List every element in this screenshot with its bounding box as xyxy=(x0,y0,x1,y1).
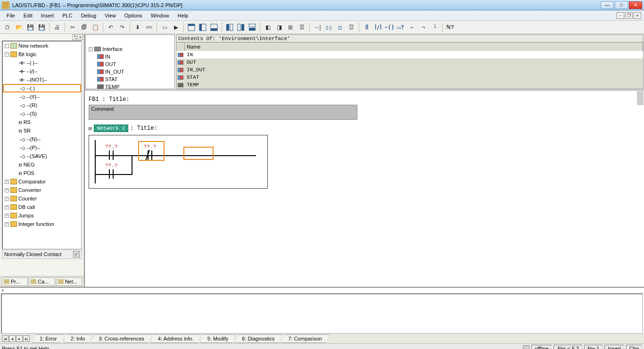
menu-plc[interactable]: PLC xyxy=(58,12,76,19)
tool-c-button[interactable]: ⊞ xyxy=(285,22,296,33)
tree-item[interactable]: --|/|-- xyxy=(26,68,37,74)
tree-item[interactable]: --|NOT|-- xyxy=(26,77,47,83)
goto-label-button[interactable]: →| xyxy=(312,22,322,33)
help-expand-icon[interactable]: ⤢ xyxy=(73,251,80,258)
iface-item-inout[interactable]: IN_OUT xyxy=(105,69,124,75)
tool-d-button[interactable]: ☰ xyxy=(297,22,307,33)
tree-item[interactable]: --(R) xyxy=(26,102,37,108)
tree-item[interactable]: RS xyxy=(24,119,31,125)
comment-box[interactable]: Comment: xyxy=(89,105,357,120)
tree-bit-logic[interactable]: Bit logic xyxy=(18,51,37,57)
interface-root[interactable]: Interface xyxy=(102,46,123,52)
menu-file[interactable]: File xyxy=(3,12,19,19)
view4-button[interactable] xyxy=(224,22,235,33)
mdi-minimize-button[interactable]: – xyxy=(617,12,624,19)
view6-button[interactable] xyxy=(247,22,257,33)
tab-error[interactable]: 1: Error xyxy=(33,334,64,343)
tree-item[interactable]: --(N)-- xyxy=(26,136,41,142)
expand-icon[interactable]: + xyxy=(5,180,9,184)
iface-item-temp[interactable]: TEMP xyxy=(105,84,120,89)
tool-a-button[interactable]: ◧ xyxy=(263,22,273,33)
contact-nc-button[interactable]: ⅼ/ⅼ xyxy=(373,22,383,33)
iface-item-stat[interactable]: STAT xyxy=(105,76,117,82)
view3-button[interactable] xyxy=(209,22,219,33)
tree-item[interactable]: --(S) xyxy=(26,111,37,116)
tab-network[interactable]: Net... xyxy=(56,277,82,286)
coil-button[interactable]: -() xyxy=(384,22,395,33)
expand-icon[interactable]: + xyxy=(5,214,9,218)
cut-button[interactable]: ✂ xyxy=(67,22,78,33)
catalog-close-button[interactable]: ⮌ × xyxy=(72,34,83,40)
block-button[interactable]: ▭ xyxy=(159,22,170,33)
tree-comparator[interactable]: Comparator xyxy=(18,179,46,184)
column-name[interactable]: Name xyxy=(185,42,643,51)
expand-icon[interactable]: + xyxy=(5,188,9,192)
mdi-close-button[interactable]: × xyxy=(634,12,641,19)
menu-insert[interactable]: Insert xyxy=(37,12,58,19)
interface-tree[interactable]: −Interface IN OUT IN_OUT STAT TEMP xyxy=(85,34,175,89)
print-button[interactable]: 🖨 xyxy=(52,22,62,33)
save-button[interactable]: 💾 xyxy=(25,22,35,33)
view1-button[interactable] xyxy=(186,22,197,33)
row-inout[interactable]: IN_OUT xyxy=(185,66,643,74)
ladder-editor[interactable]: FB1 : Title: Comment: ⊟ Network 1 : Titl… xyxy=(85,91,644,287)
mdi-restore-button[interactable]: ❐ xyxy=(625,12,633,19)
expand-icon[interactable]: + xyxy=(5,205,9,209)
tree-item[interactable]: --(#)-- xyxy=(26,94,40,100)
menu-help[interactable]: Help xyxy=(174,12,192,19)
tab-address[interactable]: 4: Address info. xyxy=(151,334,201,343)
tab-modify[interactable]: 5: Modify xyxy=(200,334,236,343)
operand-label[interactable]: ??.? xyxy=(105,163,117,168)
expand-icon[interactable]: + xyxy=(5,222,9,226)
collapse-icon[interactable]: · xyxy=(5,44,9,48)
menu-edit[interactable]: Edit xyxy=(20,12,36,19)
minimize-button[interactable]: — xyxy=(601,1,614,9)
tab-prev-button[interactable]: ◂ xyxy=(9,335,16,342)
tab-program[interactable]: Pr... xyxy=(2,277,28,286)
tab-comparison[interactable]: 7: Comparison xyxy=(281,334,329,343)
tool-b-button[interactable]: ◨ xyxy=(274,22,284,33)
tab-info[interactable]: 2: Info xyxy=(64,334,92,343)
overview-button[interactable]: ◫ xyxy=(335,22,345,33)
tree-item[interactable]: --(SAVE) xyxy=(26,153,47,159)
operand-label[interactable]: ??.? xyxy=(105,144,117,150)
tree-item[interactable]: NEG xyxy=(24,162,35,167)
tab-crossref[interactable]: 3: Cross-references xyxy=(91,334,151,343)
collapse-icon[interactable]: − xyxy=(5,52,9,57)
tree-item[interactable]: --(P)-- xyxy=(26,145,40,150)
expand-icon[interactable]: + xyxy=(5,197,9,201)
row-stat[interactable]: STAT xyxy=(185,74,643,81)
go-button[interactable]: ▶ xyxy=(171,22,181,33)
tree-item[interactable]: SR xyxy=(24,128,31,133)
row-out[interactable]: OUT xyxy=(185,58,643,66)
tree-converter[interactable]: Converter xyxy=(18,187,41,193)
contact-no[interactable] xyxy=(107,169,116,179)
catalog-button[interactable]: ▯▯ xyxy=(323,22,334,33)
output-body[interactable] xyxy=(1,293,643,334)
menu-window[interactable]: Window xyxy=(147,12,173,19)
connection-button[interactable]: └ xyxy=(429,22,440,33)
iface-item-in[interactable]: IN xyxy=(105,54,110,59)
close-button[interactable]: ✕ xyxy=(629,1,642,9)
tree-integer[interactable]: Integer function xyxy=(18,221,54,227)
tab-next-button[interactable]: ▸ xyxy=(16,335,23,342)
collapse-icon[interactable]: − xyxy=(89,47,93,51)
branch-close-button[interactable]: ¬ xyxy=(418,22,429,33)
fb-title-label[interactable]: FB1 : Title: xyxy=(89,96,640,103)
tree-item[interactable]: --| |-- xyxy=(26,60,37,66)
view2-button[interactable] xyxy=(198,22,208,33)
copy-button[interactable]: 🗐 xyxy=(79,22,89,33)
tab-first-button[interactable]: |◂ xyxy=(2,335,8,342)
network-label[interactable]: Network 1 xyxy=(94,125,128,132)
view5-button[interactable] xyxy=(236,22,246,33)
row-in[interactable]: IN xyxy=(185,51,643,58)
new-file-button[interactable]: 🗋 xyxy=(2,22,13,33)
contact-no-button[interactable]: ⅼⅼ xyxy=(362,22,372,33)
help-context-button[interactable]: ℕ? xyxy=(445,22,455,33)
tab-call[interactable]: Ca... xyxy=(29,277,55,286)
tree-new-network[interactable]: New network xyxy=(18,43,49,49)
monitor-button[interactable]: 👓 xyxy=(144,22,154,33)
contact-no[interactable] xyxy=(107,150,116,160)
iface-item-out[interactable]: OUT xyxy=(105,61,116,67)
tab-last-button[interactable]: ▸| xyxy=(23,335,30,342)
